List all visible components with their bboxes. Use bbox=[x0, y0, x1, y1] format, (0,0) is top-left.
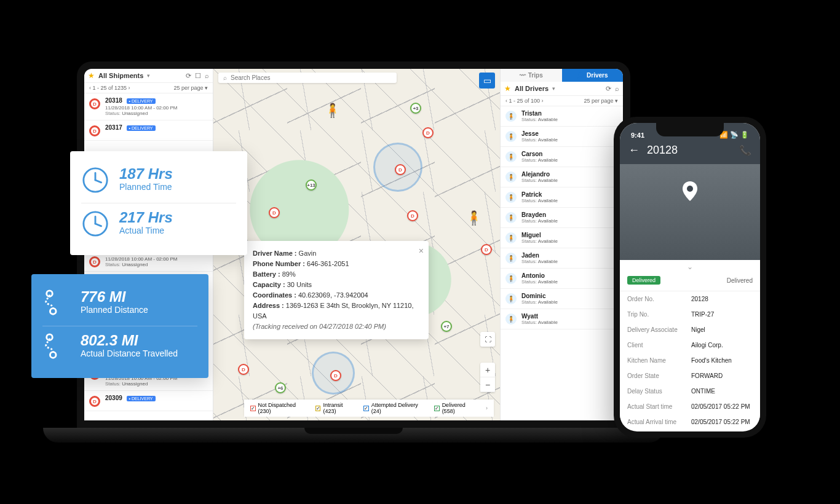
driver-name: Miguel bbox=[521, 232, 558, 238]
fullscreen-button[interactable]: ⛶ bbox=[480, 332, 495, 347]
driver-name: Dominic bbox=[521, 293, 558, 299]
tab-trips[interactable]: 〰Trips bbox=[501, 69, 562, 82]
map-panel[interactable]: ⌕ ▭ D 🧍 +3 D D +13 D 🧍 D D +7 D +6 bbox=[213, 69, 500, 420]
map-marker-delivery[interactable]: D bbox=[422, 127, 434, 138]
driver-name: Tristan bbox=[521, 110, 558, 117]
pager-prev-icon[interactable]: ‹ bbox=[89, 85, 91, 91]
map-layers-button[interactable]: ▭ bbox=[479, 73, 495, 89]
driver-item[interactable]: 🧍MiguelStatus: Available bbox=[501, 228, 623, 248]
pager-range: ‹ 1 - 25 of 1235 › bbox=[89, 85, 130, 91]
map-marker-delivery[interactable]: D bbox=[330, 370, 341, 381]
drivers-list: 🧍TristanStatus: Available🧍JesseStatus: A… bbox=[501, 106, 623, 420]
star-icon[interactable]: ★ bbox=[88, 71, 95, 80]
map-cluster[interactable]: +6 bbox=[275, 382, 286, 393]
shipments-title[interactable]: All Shipments bbox=[98, 72, 143, 79]
sheet-handle-icon[interactable]: ⌄ bbox=[620, 260, 760, 272]
close-icon[interactable]: × bbox=[419, 245, 424, 258]
status-text: Delivered bbox=[727, 277, 753, 284]
detail-key: Delivery Associate bbox=[627, 326, 691, 333]
driver-name: Antonio bbox=[521, 272, 558, 279]
driver-item[interactable]: 🧍PatrickStatus: Available bbox=[501, 187, 623, 208]
phone-map[interactable] bbox=[620, 164, 760, 260]
star-icon[interactable]: ★ bbox=[504, 84, 511, 93]
zoom-in-button[interactable]: + bbox=[480, 363, 495, 377]
detail-row: Delay StatusONTIME bbox=[620, 384, 760, 399]
phone-notch bbox=[656, 123, 724, 136]
map-marker-delivery[interactable]: D bbox=[481, 244, 492, 255]
driver-item[interactable]: 🧍CarsonStatus: Available bbox=[501, 147, 623, 167]
chevron-down-icon[interactable]: ▾ bbox=[552, 85, 555, 92]
card-planned-actual-time: 187 Hrs Planned Time 217 Hrs Actual Time bbox=[70, 151, 247, 255]
map-marker-delivery[interactable]: D bbox=[238, 364, 249, 375]
phone-detail-sheet: ⌄ Delivered Delivered Order No.20128Trip… bbox=[620, 260, 760, 430]
drivers-icon: 👤 bbox=[577, 72, 584, 79]
drivers-header: ★ All Drivers ▾ ⟳ ⌕ bbox=[501, 82, 623, 96]
driver-item[interactable]: 🧍BraydenStatus: Available bbox=[501, 208, 623, 228]
driver-icon: 🧍 bbox=[505, 313, 517, 325]
back-icon[interactable]: ← bbox=[628, 144, 640, 157]
refresh-icon[interactable]: ⟳ bbox=[186, 72, 191, 80]
driver-item[interactable]: 🧍AlejandroStatus: Available bbox=[501, 167, 623, 187]
tab-drivers[interactable]: 👤Drivers bbox=[562, 69, 624, 82]
route-icon bbox=[42, 289, 71, 320]
driver-item[interactable]: 🧍AntonioStatus: Available bbox=[501, 269, 623, 289]
detail-value: Food's Kitchen bbox=[691, 357, 732, 364]
detail-value: 02/05/2017 05:22 PM bbox=[691, 403, 750, 410]
detail-value: FORWARD bbox=[691, 372, 723, 379]
delivery-marker-icon: D bbox=[89, 256, 100, 267]
driver-item[interactable]: 🧍JesseStatus: Available bbox=[501, 127, 623, 147]
driver-item[interactable]: 🧍JadenStatus: Available bbox=[501, 248, 623, 269]
per-page-select[interactable]: 25 per page ▾ bbox=[173, 85, 208, 91]
zoom-out-button[interactable]: − bbox=[480, 377, 495, 392]
legend-delivered[interactable]: Delivered (558) bbox=[434, 402, 477, 414]
shipment-item[interactable]: D 20318 • DELIVERY 11/28/2018 10:00 AM -… bbox=[84, 93, 213, 120]
detail-value: Ailogi Corp. bbox=[691, 342, 723, 348]
map-cluster[interactable]: +3 bbox=[410, 103, 421, 114]
delivery-badge: • DELIVERY bbox=[127, 98, 156, 104]
map-marker-delivery[interactable]: D bbox=[407, 210, 418, 221]
search-icon[interactable]: ⌕ bbox=[205, 72, 209, 79]
person-icon[interactable]: 🧍 bbox=[324, 103, 341, 119]
map-search-box[interactable]: ⌕ bbox=[218, 73, 397, 83]
person-icon[interactable]: 🧍 bbox=[466, 210, 482, 226]
search-icon[interactable]: ⌕ bbox=[615, 85, 619, 92]
per-page-select[interactable]: 25 per page ▾ bbox=[584, 98, 618, 104]
right-tabs: 〰Trips 👤Drivers bbox=[501, 69, 623, 82]
search-icon: ⌕ bbox=[223, 74, 227, 81]
chevron-down-icon[interactable]: ▾ bbox=[147, 73, 150, 79]
detail-rows: Order No.20128Trip No.TRIP-27Delivery As… bbox=[620, 291, 760, 430]
detail-value: ONTIME bbox=[691, 388, 715, 395]
driver-item[interactable]: 🧍TristanStatus: Available bbox=[501, 106, 623, 127]
calendar-icon[interactable]: ☐ bbox=[195, 72, 201, 80]
shipment-number: 20318 bbox=[105, 97, 122, 104]
map-marker-delivery[interactable]: D bbox=[395, 164, 406, 175]
driver-item[interactable]: 🧍WyattStatus: Available bbox=[501, 309, 623, 329]
pager-next-icon[interactable]: › bbox=[129, 85, 130, 91]
map-marker-delivery[interactable]: D bbox=[269, 207, 280, 218]
detail-key: Client bbox=[627, 342, 691, 348]
laptop-base bbox=[43, 428, 664, 443]
search-input[interactable] bbox=[231, 74, 392, 81]
map-cluster[interactable]: +13 bbox=[306, 179, 317, 191]
legend-intransit[interactable]: Intransit (423) bbox=[315, 402, 355, 414]
shipment-item[interactable]: D 20317 • DELIVERY bbox=[84, 120, 213, 141]
call-icon[interactable]: 📞 bbox=[739, 144, 751, 156]
driver-name: Alejandro bbox=[521, 171, 558, 178]
detail-row: Actual Start time02/05/2017 05:22 PM bbox=[620, 399, 760, 414]
legend-not-dispatched[interactable]: Not Dispatched (230) bbox=[250, 402, 307, 414]
refresh-icon[interactable]: ⟳ bbox=[606, 85, 611, 93]
shipments-pager: ‹ 1 - 25 of 1235 › 25 per page ▾ bbox=[84, 83, 213, 93]
phone-screen: 9:41 📶 📡 🔋 ← 20128 📞 ⌄ Delivered Deliver… bbox=[620, 123, 760, 431]
detail-row: Actual Arrival time02/05/2017 05:22 PM bbox=[620, 414, 760, 430]
drivers-title[interactable]: All Drivers bbox=[515, 85, 549, 92]
shipment-item[interactable]: D 20309 • DELIVERY bbox=[84, 391, 213, 411]
clock-icon bbox=[81, 166, 109, 197]
driver-name: Jesse bbox=[521, 130, 558, 137]
legend-next-icon[interactable]: › bbox=[486, 405, 488, 411]
map-cluster[interactable]: +7 bbox=[441, 321, 452, 332]
driver-icon: 🧍 bbox=[505, 293, 517, 304]
route-icon bbox=[42, 333, 71, 363]
legend-attempted[interactable]: Attempted Delivery (24) bbox=[363, 402, 426, 414]
driver-item[interactable]: 🧍DominicStatus: Available bbox=[501, 289, 623, 309]
drivers-pager: ‹ 1 - 25 of 100 › 25 per page ▾ bbox=[501, 96, 623, 106]
